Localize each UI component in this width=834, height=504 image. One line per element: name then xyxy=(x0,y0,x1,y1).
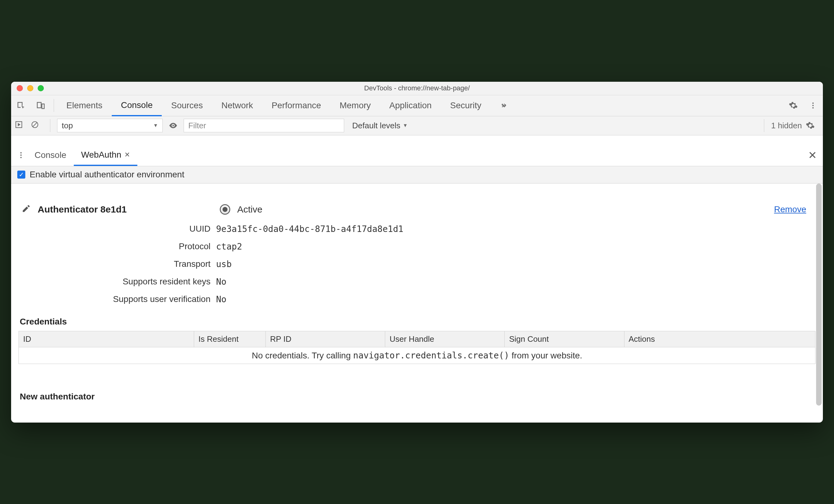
active-label: Active xyxy=(237,204,262,215)
devtools-window: DevTools - chrome://new-tab-page/ Elemen… xyxy=(11,82,823,422)
tab-label: WebAuthn xyxy=(81,150,121,160)
tab-label: Memory xyxy=(339,100,371,110)
tab-network[interactable]: Network xyxy=(212,95,262,116)
drawer-more-icon[interactable] xyxy=(15,151,27,159)
authenticator-header: Authenticator 8e1d1 Active Remove xyxy=(22,204,815,215)
empty-suffix: from your website. xyxy=(509,351,583,360)
svg-point-9 xyxy=(20,152,22,153)
enable-strip: ✓ Enable virtual authenticator environme… xyxy=(11,166,823,184)
tab-application[interactable]: Application xyxy=(380,95,441,116)
tab-label: Sources xyxy=(171,100,203,110)
console-toolbar: top ▼ Default levels ▼ 1 hidden xyxy=(11,116,823,135)
webauthn-panel: Authenticator 8e1d1 Active Remove UUID 9… xyxy=(11,184,823,422)
user-verification-label: Supports user verification xyxy=(19,294,216,304)
new-authenticator-heading: New authenticator xyxy=(20,392,815,402)
user-verification-value: No xyxy=(216,294,815,304)
tab-label: Elements xyxy=(66,100,103,110)
col-id[interactable]: ID xyxy=(19,331,194,347)
window-titlebar: DevTools - chrome://new-tab-page/ xyxy=(11,82,823,95)
edit-pencil-icon[interactable] xyxy=(22,204,31,215)
protocol-value: ctap2 xyxy=(216,242,815,252)
drawer-tabs: Console WebAuthn ✕ ✕ xyxy=(11,145,823,166)
drawer-tab-webauthn[interactable]: WebAuthn ✕ xyxy=(74,145,137,166)
credentials-table: ID Is Resident RP ID User Handle Sign Co… xyxy=(19,331,815,364)
settings-gear-icon[interactable] xyxy=(785,97,802,114)
col-is-resident[interactable]: Is Resident xyxy=(194,331,265,347)
authenticator-title: Authenticator 8e1d1 xyxy=(38,204,127,215)
remove-authenticator-link[interactable]: Remove xyxy=(774,205,806,214)
maximize-window-button[interactable] xyxy=(38,85,44,91)
panel-tabs: Elements Console Sources Network Perform… xyxy=(57,95,517,116)
authenticator-details: UUID 9e3a15fc-0da0-44bc-871b-a4f17da8e1d… xyxy=(19,224,815,304)
empty-prefix: No credentials. Try calling xyxy=(252,351,353,360)
col-sign-count[interactable]: Sign Count xyxy=(505,331,624,347)
empty-code: navigator.credentials.create() xyxy=(353,350,509,361)
tab-label: Performance xyxy=(271,100,321,110)
col-rp-id[interactable]: RP ID xyxy=(266,331,385,347)
uuid-value: 9e3a15fc-0da0-44bc-871b-a4f17da8e1d1 xyxy=(216,224,815,234)
resident-keys-label: Supports resident keys xyxy=(19,277,216,287)
minimize-window-button[interactable] xyxy=(27,85,33,91)
main-toolbar: Elements Console Sources Network Perform… xyxy=(11,95,823,116)
tab-label: Security xyxy=(450,100,481,110)
clear-console-icon[interactable] xyxy=(31,121,43,131)
context-label: top xyxy=(62,121,73,131)
transport-value: usb xyxy=(216,259,815,269)
protocol-label: Protocol xyxy=(19,242,216,252)
svg-point-8 xyxy=(173,125,174,127)
scrollbar-thumb[interactable] xyxy=(816,184,822,406)
tab-elements[interactable]: Elements xyxy=(57,95,112,116)
log-level-selector[interactable]: Default levels ▼ xyxy=(348,121,412,131)
tab-security[interactable]: Security xyxy=(441,95,490,116)
tab-close-icon[interactable]: ✕ xyxy=(125,151,130,159)
console-filter-input[interactable] xyxy=(184,119,344,132)
more-options-icon[interactable] xyxy=(804,97,822,114)
transport-label: Transport xyxy=(19,259,216,269)
tab-label: Application xyxy=(389,100,432,110)
tab-performance[interactable]: Performance xyxy=(262,95,330,116)
tab-label: Console xyxy=(121,100,153,110)
execution-play-icon[interactable] xyxy=(15,121,27,131)
credentials-heading: Credentials xyxy=(20,317,815,327)
separator xyxy=(54,99,54,112)
col-user-handle[interactable]: User Handle xyxy=(385,331,505,347)
tabs-overflow-button[interactable] xyxy=(490,95,517,116)
levels-label: Default levels xyxy=(352,121,400,131)
col-actions[interactable]: Actions xyxy=(624,331,815,347)
svg-line-7 xyxy=(33,122,37,127)
drawer-tab-console[interactable]: Console xyxy=(27,145,74,166)
tab-sources[interactable]: Sources xyxy=(162,95,212,116)
tab-console[interactable]: Console xyxy=(112,95,162,116)
active-radio[interactable] xyxy=(220,204,230,215)
svg-point-3 xyxy=(812,105,814,106)
enable-virtual-auth-label: Enable virtual authenticator environment xyxy=(30,170,184,180)
resident-keys-value: No xyxy=(216,277,815,287)
execution-context-selector[interactable]: top ▼ xyxy=(57,119,163,132)
close-window-button[interactable] xyxy=(17,85,23,91)
hidden-messages-count[interactable]: 1 hidden xyxy=(771,121,802,131)
svg-point-2 xyxy=(812,102,814,104)
tab-label: Console xyxy=(35,150,66,160)
tab-memory[interactable]: Memory xyxy=(330,95,380,116)
enable-virtual-auth-checkbox[interactable]: ✓ xyxy=(17,170,25,179)
separator xyxy=(764,119,764,132)
svg-point-11 xyxy=(20,157,22,158)
table-row-empty: No credentials. Try calling navigator.cr… xyxy=(19,347,815,364)
close-drawer-icon[interactable]: ✕ xyxy=(808,149,817,161)
svg-rect-0 xyxy=(37,102,41,108)
chevron-down-icon: ▼ xyxy=(153,123,158,128)
window-title: DevTools - chrome://new-tab-page/ xyxy=(11,84,823,92)
svg-point-4 xyxy=(812,107,814,108)
device-toolbar-icon[interactable] xyxy=(32,97,49,114)
console-settings-gear-icon[interactable] xyxy=(806,121,819,130)
separator xyxy=(50,119,50,132)
inspect-element-icon[interactable] xyxy=(12,97,30,114)
window-controls xyxy=(11,85,44,91)
chevron-down-icon: ▼ xyxy=(403,123,408,128)
uuid-label: UUID xyxy=(19,224,216,234)
table-header-row: ID Is Resident RP ID User Handle Sign Co… xyxy=(19,331,815,347)
svg-rect-1 xyxy=(42,104,44,109)
tab-label: Network xyxy=(221,100,253,110)
empty-state-cell: No credentials. Try calling navigator.cr… xyxy=(19,347,815,364)
live-expression-icon[interactable] xyxy=(167,121,180,130)
